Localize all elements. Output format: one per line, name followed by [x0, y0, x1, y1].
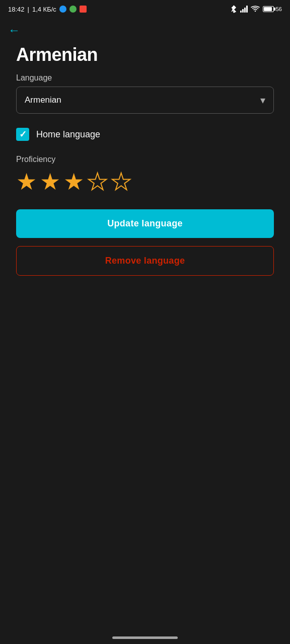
home-indicator	[112, 636, 178, 639]
home-language-row[interactable]: ✓ Home language	[16, 128, 274, 141]
status-bar: 18:42 | 1,4 КБ/с	[0, 0, 290, 18]
star-5[interactable]: ★	[111, 170, 131, 193]
page-title: Armenian	[16, 44, 274, 65]
signal-icon	[240, 6, 248, 13]
remove-language-button[interactable]: Remove language	[16, 246, 274, 276]
battery-container: 56	[263, 6, 282, 12]
bluetooth-icon	[230, 5, 237, 13]
green-dot-icon	[69, 6, 77, 13]
telegram-icon	[59, 6, 66, 13]
main-content: Armenian Language Armenian ▾ ✓ Home lang…	[0, 40, 290, 292]
separator: |	[28, 6, 29, 13]
update-language-button[interactable]: Update language	[16, 209, 274, 238]
status-right: 56	[230, 5, 282, 13]
star-4[interactable]: ★	[87, 170, 108, 193]
youtube-icon	[80, 6, 87, 13]
battery-icon	[263, 6, 274, 12]
status-left: 18:42 | 1,4 КБ/с	[8, 6, 87, 13]
home-language-checkbox[interactable]: ✓	[16, 128, 29, 141]
back-arrow-icon: ←	[8, 23, 20, 37]
language-field-label: Language	[16, 73, 274, 83]
star-3[interactable]: ★	[63, 170, 84, 193]
star-1[interactable]: ★	[16, 170, 37, 193]
home-language-label: Home language	[36, 129, 100, 140]
checkmark-icon: ✓	[19, 130, 27, 139]
language-dropdown[interactable]: Armenian ▾	[16, 87, 274, 114]
network-speed: 1,4 КБ/с	[32, 6, 56, 13]
proficiency-stars: ★ ★ ★ ★ ★	[16, 170, 274, 193]
time-label: 18:42	[8, 6, 25, 13]
battery-level: 56	[276, 6, 282, 12]
back-button[interactable]: ←	[0, 18, 290, 40]
proficiency-label: Proficiency	[16, 155, 274, 164]
wifi-icon	[251, 6, 260, 13]
chevron-down-icon: ▾	[260, 94, 265, 106]
language-dropdown-value: Armenian	[25, 95, 61, 105]
star-2[interactable]: ★	[40, 170, 60, 193]
